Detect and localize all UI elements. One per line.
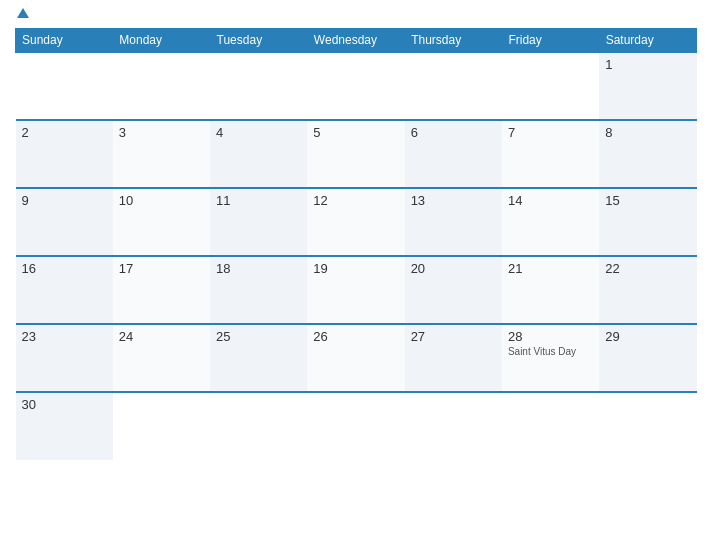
day-number: 10 <box>119 193 204 208</box>
day-cell: 23 <box>16 324 113 392</box>
holiday-name: Saint Vitus Day <box>508 346 593 357</box>
day-cell: 18 <box>210 256 307 324</box>
day-cell: 6 <box>405 120 502 188</box>
day-number: 12 <box>313 193 398 208</box>
logo-triangle-icon <box>17 8 29 18</box>
day-cell: 12 <box>307 188 404 256</box>
day-number: 26 <box>313 329 398 344</box>
day-number: 22 <box>605 261 690 276</box>
week-row-6: 30 <box>16 392 697 460</box>
day-cell <box>113 52 210 120</box>
day-number: 18 <box>216 261 301 276</box>
day-cell <box>405 52 502 120</box>
day-header-wednesday: Wednesday <box>307 29 404 53</box>
day-cell: 27 <box>405 324 502 392</box>
day-cell: 9 <box>16 188 113 256</box>
day-number: 1 <box>605 57 690 72</box>
day-header-row: SundayMondayTuesdayWednesdayThursdayFrid… <box>16 29 697 53</box>
day-cell <box>599 392 696 460</box>
day-cell: 25 <box>210 324 307 392</box>
day-cell <box>307 52 404 120</box>
day-number: 24 <box>119 329 204 344</box>
day-cell: 19 <box>307 256 404 324</box>
day-cell: 30 <box>16 392 113 460</box>
day-cell: 21 <box>502 256 599 324</box>
day-cell: 24 <box>113 324 210 392</box>
day-header-saturday: Saturday <box>599 29 696 53</box>
day-cell <box>405 392 502 460</box>
calendar-container: SundayMondayTuesdayWednesdayThursdayFrid… <box>0 0 712 550</box>
week-row-3: 9101112131415 <box>16 188 697 256</box>
day-cell: 7 <box>502 120 599 188</box>
day-header-friday: Friday <box>502 29 599 53</box>
day-number: 28 <box>508 329 593 344</box>
day-cell: 22 <box>599 256 696 324</box>
day-number: 9 <box>22 193 107 208</box>
day-header-tuesday: Tuesday <box>210 29 307 53</box>
calendar-table: SundayMondayTuesdayWednesdayThursdayFrid… <box>15 28 697 460</box>
day-number: 21 <box>508 261 593 276</box>
week-row-5: 232425262728Saint Vitus Day29 <box>16 324 697 392</box>
day-number: 20 <box>411 261 496 276</box>
day-cell: 16 <box>16 256 113 324</box>
day-cell <box>16 52 113 120</box>
day-cell: 26 <box>307 324 404 392</box>
day-number: 16 <box>22 261 107 276</box>
day-cell: 10 <box>113 188 210 256</box>
day-cell: 3 <box>113 120 210 188</box>
day-number: 30 <box>22 397 107 412</box>
day-cell <box>502 392 599 460</box>
day-number: 19 <box>313 261 398 276</box>
day-cell <box>307 392 404 460</box>
day-number: 11 <box>216 193 301 208</box>
day-number: 4 <box>216 125 301 140</box>
day-number: 2 <box>22 125 107 140</box>
day-number: 8 <box>605 125 690 140</box>
day-number: 29 <box>605 329 690 344</box>
day-header-thursday: Thursday <box>405 29 502 53</box>
day-number: 17 <box>119 261 204 276</box>
day-number: 14 <box>508 193 593 208</box>
day-number: 25 <box>216 329 301 344</box>
day-cell: 4 <box>210 120 307 188</box>
week-row-2: 2345678 <box>16 120 697 188</box>
day-cell: 5 <box>307 120 404 188</box>
week-row-1: 1 <box>16 52 697 120</box>
day-number: 3 <box>119 125 204 140</box>
day-number: 23 <box>22 329 107 344</box>
day-cell: 17 <box>113 256 210 324</box>
day-cell: 13 <box>405 188 502 256</box>
logo <box>15 10 29 20</box>
day-number: 7 <box>508 125 593 140</box>
day-header-sunday: Sunday <box>16 29 113 53</box>
day-cell: 14 <box>502 188 599 256</box>
day-cell <box>502 52 599 120</box>
day-cell: 11 <box>210 188 307 256</box>
day-number: 6 <box>411 125 496 140</box>
day-cell: 20 <box>405 256 502 324</box>
day-cell <box>113 392 210 460</box>
day-number: 27 <box>411 329 496 344</box>
day-cell: 8 <box>599 120 696 188</box>
day-header-monday: Monday <box>113 29 210 53</box>
day-number: 15 <box>605 193 690 208</box>
day-number: 13 <box>411 193 496 208</box>
day-number: 5 <box>313 125 398 140</box>
day-cell: 1 <box>599 52 696 120</box>
calendar-header <box>15 10 697 20</box>
day-cell: 29 <box>599 324 696 392</box>
day-cell <box>210 392 307 460</box>
day-cell: 15 <box>599 188 696 256</box>
week-row-4: 16171819202122 <box>16 256 697 324</box>
day-cell: 2 <box>16 120 113 188</box>
day-cell <box>210 52 307 120</box>
day-cell: 28Saint Vitus Day <box>502 324 599 392</box>
